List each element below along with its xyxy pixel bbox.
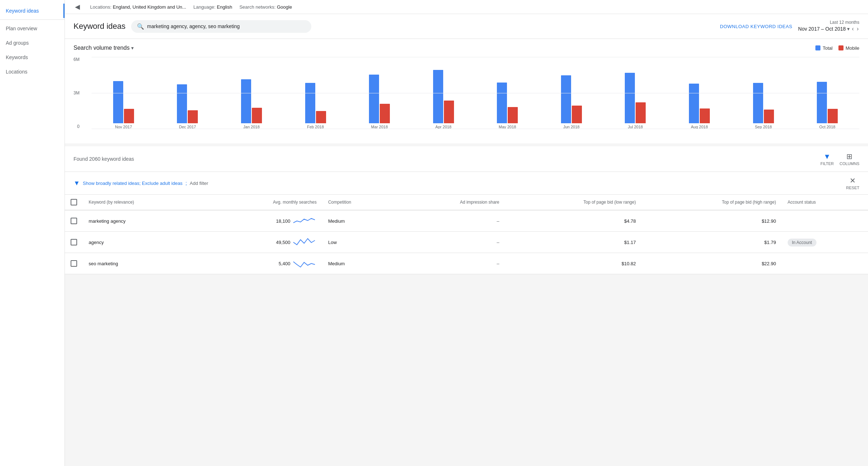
chart-yaxis: 6M 3M 0 xyxy=(74,57,83,136)
sidebar-toggle-button[interactable]: ◀ xyxy=(72,3,83,11)
account-status-cell: In Account xyxy=(782,232,868,253)
results-actions: ▼ FILTER ⊞ COLUMNS xyxy=(820,152,859,166)
header-checkbox-cell xyxy=(65,195,83,210)
competition-cell: Medium xyxy=(322,210,396,232)
keyword-cell: agency xyxy=(83,232,205,253)
table-header-row: Keyword (by relevance) Avg. monthly sear… xyxy=(65,195,868,210)
chart-title: Search volume trends xyxy=(74,45,130,51)
top-bid-high-cell: $12.90 xyxy=(642,210,782,232)
top-bid-low-cell: $1.17 xyxy=(505,232,642,253)
account-status-cell xyxy=(782,253,868,274)
chart-legend: Total Mobile xyxy=(815,45,859,51)
page-title: Keyword ideas xyxy=(74,22,125,31)
col-header-top-bid-high[interactable]: Top of page bid (high range) xyxy=(642,195,782,210)
results-header: Found 2060 keyword ideas ▼ FILTER ⊞ COLU… xyxy=(65,146,868,172)
columns-icon: ⊞ xyxy=(846,152,853,161)
download-keyword-ideas-button[interactable]: DOWNLOAD KEYWORD IDEAS xyxy=(720,24,792,29)
row-checkbox[interactable] xyxy=(71,218,77,224)
chart-dropdown-arrow[interactable]: ▾ xyxy=(131,45,134,51)
main-content: ◀ Locations: England, United Kingdom and… xyxy=(65,0,868,466)
mobile-legend-dot xyxy=(838,45,843,50)
filter-button[interactable]: ▼ FILTER xyxy=(820,152,834,166)
sidebar-item-ad-groups[interactable]: Ad groups xyxy=(0,36,64,50)
col-header-keyword[interactable]: Keyword (by relevance) xyxy=(83,195,205,210)
in-account-badge: In Account xyxy=(788,239,816,247)
chart-section: Search volume trends ▾ Total Mobile 6M 3… xyxy=(65,39,868,143)
date-range: Last 12 months Nov 2017 – Oct 2018 ▾ ‹ › xyxy=(798,20,859,33)
keyword-table-wrapper: Keyword (by relevance) Avg. monthly sear… xyxy=(65,195,868,274)
sparkline xyxy=(293,237,317,248)
sidebar-item-plan-overview[interactable]: Plan overview xyxy=(0,21,64,36)
table-row: agency49,500Low–$1.17$1.79In Account xyxy=(65,232,868,253)
row-checkbox[interactable] xyxy=(71,260,77,267)
avg-searches-cell: 5,400 xyxy=(205,253,322,274)
results-section: Found 2060 keyword ideas ▼ FILTER ⊞ COLU… xyxy=(65,146,868,274)
sidebar-item-locations[interactable]: Locations xyxy=(0,65,64,79)
total-legend-dot xyxy=(815,45,820,50)
ad-impression-cell: – xyxy=(396,253,505,274)
top-bid-high-cell: $22.90 xyxy=(642,253,782,274)
chart-gridlines xyxy=(92,57,859,129)
competition-cell: Low xyxy=(322,232,396,253)
row-checkbox-cell xyxy=(65,253,83,274)
keyword-cell: seo marketing xyxy=(83,253,205,274)
bar-chart: 6M 3M 0 Nov 2017Dec 2017Jan 2018Feb 2018… xyxy=(74,57,859,136)
ad-impression-cell: – xyxy=(396,210,505,232)
filter-active-icon: ▼ xyxy=(74,179,80,187)
top-bid-low-cell: $10.82 xyxy=(505,253,642,274)
date-range-value: Nov 2017 – Oct 2018 xyxy=(798,26,846,32)
row-checkbox[interactable] xyxy=(71,239,77,245)
next-date-button[interactable]: › xyxy=(856,25,859,33)
select-all-checkbox[interactable] xyxy=(71,199,77,205)
add-filter-button[interactable]: Add filter xyxy=(190,181,208,186)
col-header-competition[interactable]: Competition xyxy=(322,195,396,210)
search-icon: 🔍 xyxy=(137,23,144,30)
topbar-locations: Locations: England, United Kingdom and U… xyxy=(90,4,186,10)
filter-description[interactable]: Show broadly related ideas; Exclude adul… xyxy=(83,181,183,186)
columns-button[interactable]: ⊞ COLUMNS xyxy=(840,152,859,166)
row-checkbox-cell xyxy=(65,232,83,253)
avg-searches-cell: 18,100 xyxy=(205,210,322,232)
top-bid-high-cell: $1.79 xyxy=(642,232,782,253)
topbar-networks: Search networks: Google xyxy=(239,4,292,10)
row-checkbox-cell xyxy=(65,210,83,232)
keyword-table: Keyword (by relevance) Avg. monthly sear… xyxy=(65,195,868,274)
keyword-cell: marketing agency xyxy=(83,210,205,232)
table-row: marketing agency18,100Medium–$4.78$12.90 xyxy=(65,210,868,232)
close-icon: ✕ xyxy=(850,176,856,185)
sidebar: Keyword ideas Plan overview Ad groups Ke… xyxy=(0,0,65,466)
topbar: ◀ Locations: England, United Kingdom and… xyxy=(65,0,868,14)
sparkline xyxy=(293,216,317,226)
col-header-account-status[interactable]: Account status xyxy=(782,195,868,210)
avg-searches-cell: 49,500 xyxy=(205,232,322,253)
account-status-cell xyxy=(782,210,868,232)
legend-total: Total xyxy=(815,45,832,51)
results-count: Found 2060 keyword ideas xyxy=(74,156,134,162)
page-header: Keyword ideas 🔍 DOWNLOAD KEYWORD IDEAS L… xyxy=(65,14,868,39)
filter-close-button[interactable]: ✕ RESET xyxy=(846,176,859,190)
search-box[interactable]: 🔍 xyxy=(131,20,311,33)
chart-header: Search volume trends ▾ Total Mobile xyxy=(74,45,859,51)
search-input[interactable] xyxy=(147,23,306,29)
topbar-language: Language: English xyxy=(193,4,232,10)
ad-impression-cell: – xyxy=(396,232,505,253)
chevron-down-icon: ▾ xyxy=(847,26,850,32)
legend-mobile: Mobile xyxy=(838,45,859,51)
competition-cell: Medium xyxy=(322,253,396,274)
filter-icon: ▼ xyxy=(824,152,831,161)
table-row: seo marketing5,400Medium–$10.82$22.90 xyxy=(65,253,868,274)
sidebar-item-keywords[interactable]: Keywords xyxy=(0,50,64,65)
filter-bar: ▼ Show broadly related ideas; Exclude ad… xyxy=(65,172,868,195)
col-header-ad-impression[interactable]: Ad impression share xyxy=(396,195,505,210)
col-header-top-bid-low[interactable]: Top of page bid (low range) xyxy=(505,195,642,210)
top-bid-low-cell: $4.78 xyxy=(505,210,642,232)
sparkline xyxy=(293,258,317,269)
sidebar-divider xyxy=(0,19,64,20)
col-header-avg-searches[interactable]: Avg. monthly searches xyxy=(205,195,322,210)
prev-date-button[interactable]: ‹ xyxy=(851,25,854,33)
sidebar-item-keyword-ideas[interactable]: Keyword ideas xyxy=(0,4,64,18)
